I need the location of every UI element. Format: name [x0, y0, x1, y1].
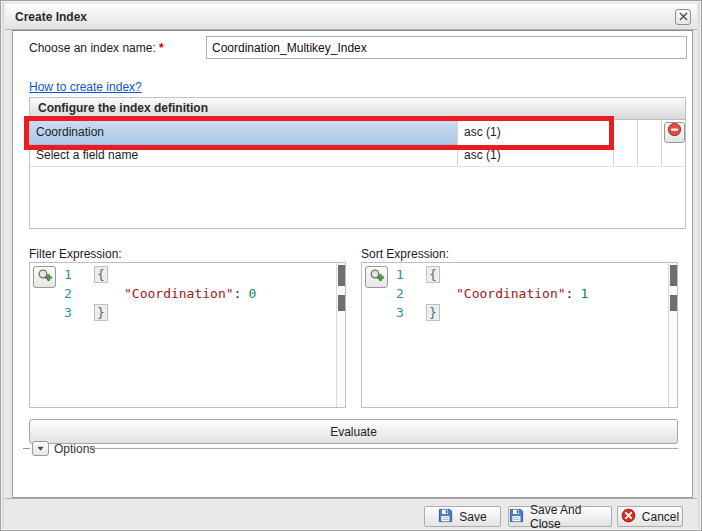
line-number: 3 — [64, 305, 84, 324]
code-line: "Coordination":1 — [426, 286, 588, 305]
json-key: "Coordination" — [456, 286, 566, 301]
dialog-titlebar[interactable]: Create Index — [5, 4, 697, 30]
index-name-input[interactable] — [206, 36, 687, 59]
x-circle-icon — [621, 508, 636, 526]
line-number: 1 — [396, 267, 416, 286]
close-icon — [679, 10, 688, 24]
open-brace: { — [94, 266, 108, 283]
index-row-selected: Coordination asc (1) — [30, 120, 685, 145]
code-line: } — [94, 305, 108, 324]
expand-editor-button[interactable] — [365, 266, 388, 288]
grid-header: Configure the index definition — [30, 98, 685, 120]
grid-cell-empty — [613, 120, 637, 145]
floppy-disk-icon — [438, 508, 453, 526]
scrollbar-thumb[interactable] — [338, 295, 345, 311]
close-brace: } — [94, 304, 108, 321]
field-name-cell[interactable]: Select a field name — [30, 145, 457, 166]
required-marker: * — [159, 41, 164, 55]
filter-expression-label: Filter Expression: — [29, 247, 122, 261]
json-value: 0 — [248, 286, 256, 301]
open-brace: { — [426, 266, 440, 283]
filter-expression-editor: 1 2 3 { "Coordination":0 } — [29, 262, 346, 408]
magnifier-plus-icon — [37, 268, 53, 287]
options-divider-line — [91, 448, 678, 449]
dialog-title: Create Index — [15, 4, 87, 30]
expand-editor-button[interactable] — [33, 266, 56, 288]
field-name-cell[interactable]: Coordination — [30, 120, 457, 145]
sort-order-cell[interactable]: asc (1) — [457, 145, 613, 166]
cancel-button[interactable]: Cancel — [617, 506, 683, 527]
code-line: { — [94, 267, 108, 286]
create-index-dialog: Create Index Choose an index name: * How… — [0, 0, 702, 531]
scrollbar-thumb[interactable] — [338, 265, 345, 286]
json-value: 1 — [580, 286, 588, 301]
editor-scrollbar[interactable] — [336, 263, 345, 407]
json-key: "Coordination" — [124, 286, 234, 301]
index-row-placeholder: Select a field name asc (1) — [30, 145, 685, 167]
grid-cell-empty — [613, 145, 637, 166]
code-line: { — [426, 267, 440, 286]
scrollbar-thumb[interactable] — [670, 295, 677, 311]
options-label: Options — [54, 442, 95, 456]
minus-circle-icon — [667, 122, 682, 144]
line-number: 2 — [64, 286, 84, 305]
code-line: "Coordination":0 — [94, 286, 256, 305]
sort-expression-label: Sort Expression: — [361, 247, 449, 261]
colon: : — [566, 286, 574, 301]
index-name-label-text: Choose an index name: — [29, 41, 156, 55]
chevron-down-icon — [36, 442, 45, 456]
index-name-label: Choose an index name: * — [29, 41, 164, 55]
dialog-footer: Save Save And Close — [5, 498, 697, 528]
save-and-close-button-label: Save And Close — [530, 503, 611, 531]
close-button[interactable] — [675, 9, 691, 25]
grid-cell-empty — [637, 120, 661, 145]
sort-expression-editor: 1 2 3 { "Coordination":1 } — [361, 262, 678, 408]
how-to-create-index-link[interactable]: How to create index? — [29, 80, 142, 94]
save-and-close-button[interactable]: Save And Close — [508, 506, 612, 527]
evaluate-button-label: Evaluate — [330, 425, 377, 439]
row-action-cell — [661, 120, 687, 145]
filter-code-area[interactable]: { "Coordination":0 } — [94, 263, 335, 407]
floppy-disk-icon — [509, 508, 524, 526]
line-number: 3 — [396, 305, 416, 324]
delete-row-button[interactable] — [664, 122, 685, 143]
options-divider-start — [23, 448, 30, 449]
editor-scrollbar[interactable] — [668, 263, 677, 407]
row-action-cell — [661, 145, 687, 166]
sort-code-area[interactable]: { "Coordination":1 } — [426, 263, 667, 407]
magnifier-plus-icon — [369, 268, 385, 287]
colon: : — [234, 286, 242, 301]
line-number: 2 — [396, 286, 416, 305]
cancel-button-label: Cancel — [642, 510, 679, 524]
close-brace: } — [426, 304, 440, 321]
options-toggle-button[interactable] — [32, 441, 49, 456]
evaluate-button[interactable]: Evaluate — [29, 419, 678, 444]
index-definition-grid: Configure the index definition Coordinat… — [29, 97, 686, 229]
line-number: 1 — [64, 267, 84, 286]
scrollbar-thumb[interactable] — [670, 265, 677, 286]
save-button[interactable]: Save — [424, 506, 501, 527]
save-button-label: Save — [459, 510, 486, 524]
code-line: } — [426, 305, 440, 324]
grid-cell-empty — [637, 145, 661, 166]
sort-order-cell[interactable]: asc (1) — [457, 120, 613, 145]
